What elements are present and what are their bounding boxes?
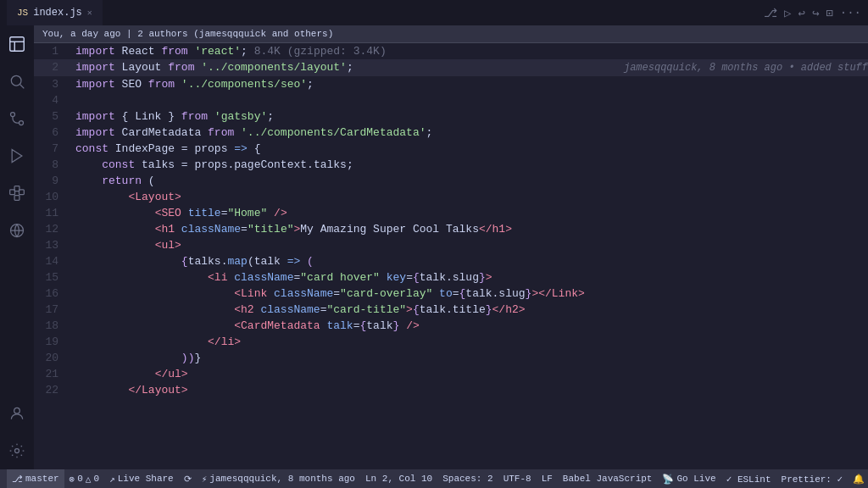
line-content: import { Link } from 'gatsby';: [72, 108, 868, 125]
code-line: 14 {talks.map(talk => (: [34, 253, 868, 269]
cursor-position[interactable]: Ln 2, Col 10: [360, 469, 437, 488]
activity-bar-remote[interactable]: [5, 219, 29, 242]
go-live-button[interactable]: 📡 Go Live: [657, 469, 721, 488]
activity-bar: [0, 25, 34, 469]
svg-line-4: [20, 85, 25, 89]
error-count: 0: [77, 474, 83, 484]
eslint-text: ✓ ESLint: [726, 474, 771, 485]
go-forward-icon[interactable]: ↪: [812, 6, 819, 20]
more-actions-icon[interactable]: ···: [840, 6, 861, 19]
notifications[interactable]: 🔔: [848, 469, 868, 488]
line-ending[interactable]: LF: [537, 469, 558, 488]
go-back-icon[interactable]: ↩: [798, 6, 804, 20]
svg-marker-7: [12, 150, 22, 163]
prettier-text: Prettier: ✓: [782, 474, 843, 485]
svg-rect-11: [14, 196, 19, 201]
line-number: 12: [34, 221, 72, 237]
activity-bar-extensions[interactable]: [5, 181, 29, 205]
js-file-icon: JS: [17, 8, 28, 18]
activity-bar-run[interactable]: [5, 144, 29, 168]
code-line: 1import React from 'react'; 8.4K (gzippe…: [34, 43, 868, 59]
indentation[interactable]: Spaces: 2: [437, 469, 498, 488]
line-number: 3: [34, 76, 72, 92]
run-debug-icon[interactable]: ▷: [784, 6, 791, 20]
code-line: 2import Layout from '../components/layou…: [34, 59, 868, 76]
split-editor-icon[interactable]: ⊡: [826, 6, 832, 20]
line-content: <h1 className="title">My Amazing Super C…: [72, 221, 868, 237]
code-lines[interactable]: 1import React from 'react'; 8.4K (gzippe…: [34, 43, 868, 469]
code-line: 20 ))}: [34, 350, 868, 366]
line-content: import Layout from '../components/layout…: [72, 59, 573, 75]
line-number: 9: [34, 173, 72, 189]
code-line: 17 <h2 className="card-title">{talk.titl…: [34, 302, 868, 318]
line-number: 1: [34, 43, 72, 59]
code-line: 21 </ul>: [34, 366, 868, 382]
encoding[interactable]: UTF-8: [498, 469, 537, 488]
code-line: 9 return (: [34, 173, 868, 189]
cursor-text: Ln 2, Col 10: [365, 474, 432, 484]
code-line: 13 <ul>: [34, 237, 868, 253]
svg-point-13: [14, 408, 20, 413]
code-line: 4: [34, 92, 868, 108]
code-line: 6import CardMetadata from '../components…: [34, 125, 868, 141]
editor-area: You, a day ago | 2 authors (jamesqqquick…: [34, 25, 868, 469]
activity-bar-source-control[interactable]: [5, 107, 29, 130]
activity-bar-files[interactable]: [5, 32, 29, 56]
activity-bar-account[interactable]: [5, 402, 29, 425]
code-line: 12 <h1 className="title">My Amazing Supe…: [34, 221, 868, 237]
line-number: 15: [34, 269, 72, 286]
line-number: 13: [34, 237, 72, 253]
live-share-item[interactable]: ↗ Live Share: [104, 469, 179, 488]
gitlens-tooltip: You, a day ago | 2 authors (jamesqqquick…: [34, 25, 868, 43]
code-line: 8 const talks = props.pageContext.talks;: [34, 157, 868, 173]
go-live-text: Go Live: [676, 474, 715, 484]
code-line: 16 <Link className="card-overlay" to={ta…: [34, 286, 868, 302]
git-branch-item[interactable]: ⎇ master: [7, 469, 64, 488]
language-text: Babel JavaScript: [563, 474, 653, 484]
tab-close-button[interactable]: ✕: [87, 8, 92, 18]
sync-icon: ⟳: [184, 474, 192, 485]
antenna-icon: 📡: [662, 474, 674, 485]
error-icon: ⊗: [70, 474, 75, 485]
git-branch-icon: ⎇: [12, 474, 23, 485]
spaces-text: Spaces: 2: [442, 474, 492, 484]
errors-warnings-item[interactable]: ⊗ 0 △ 0: [64, 469, 104, 488]
activity-bar-settings[interactable]: [5, 439, 29, 463]
svg-point-3: [11, 75, 21, 86]
vcs-icon[interactable]: ⎇: [764, 6, 777, 20]
line-number: 17: [34, 302, 72, 318]
line-content: </Layout>: [72, 382, 868, 398]
line-number: 22: [34, 382, 72, 398]
line-number: 18: [34, 318, 72, 334]
line-ending-text: LF: [542, 474, 553, 484]
line-content: ))}: [72, 350, 868, 366]
git-blame-inline: jamesqqquick, 8 months ago • added stuff: [624, 60, 868, 76]
line-content: <ul>: [72, 237, 868, 253]
line-content: import React from 'react'; 8.4K (gzipped…: [72, 43, 868, 59]
line-number: 16: [34, 286, 72, 302]
prettier-status[interactable]: Prettier: ✓: [776, 469, 849, 488]
line-number: 2: [34, 59, 72, 75]
line-content: const talks = props.pageContext.talks;: [72, 157, 868, 173]
git-blame-status[interactable]: ⚡ jamesqqquick, 8 months ago: [197, 469, 360, 488]
line-number: 20: [34, 350, 72, 366]
code-line: 19 </li>: [34, 334, 868, 350]
line-content: import CardMetadata from '../components/…: [72, 125, 868, 141]
line-number: 6: [34, 125, 72, 141]
editor-tab[interactable]: JS index.js ✕: [7, 0, 103, 25]
code-line: 11 <SEO title="Home" />: [34, 205, 868, 221]
git-sync-item[interactable]: ⟳: [179, 469, 197, 488]
code-line: 5import { Link } from 'gatsby';: [34, 108, 868, 125]
activity-bar-search[interactable]: [5, 69, 29, 93]
language-mode[interactable]: Babel JavaScript: [558, 469, 658, 488]
line-number: 11: [34, 205, 72, 221]
code-line: 3import SEO from '../components/seo';: [34, 76, 868, 92]
encoding-text: UTF-8: [504, 474, 531, 484]
line-content: const IndexPage = props => {: [72, 141, 868, 157]
eslint-status[interactable]: ✓ ESLint: [721, 469, 776, 488]
code-editor[interactable]: 1import React from 'react'; 8.4K (gzippe…: [34, 43, 868, 469]
line-content: <Layout>: [72, 189, 868, 205]
status-left: ⎇ master ⊗ 0 △ 0 ↗ Live Share ⟳: [7, 469, 197, 488]
svg-rect-0: [10, 37, 25, 52]
line-number: 8: [34, 157, 72, 173]
